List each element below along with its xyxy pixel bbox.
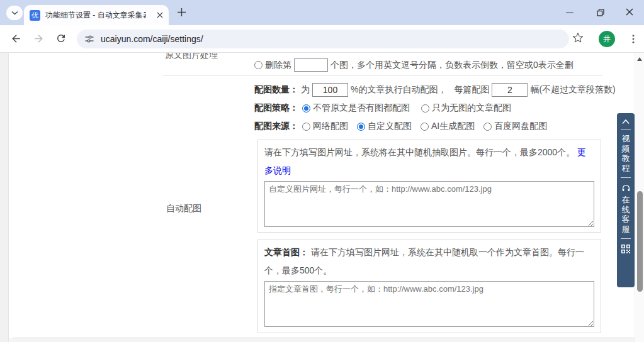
back-to-top-icon[interactable] xyxy=(621,119,630,124)
per-article-input[interactable] xyxy=(492,83,528,97)
image-count-label: 配图数量： xyxy=(254,84,298,96)
browser-titlebar: 优 功能细节设置 - 自动文章采集器 xyxy=(0,0,644,25)
back-button[interactable] xyxy=(10,33,22,45)
source-option-label: 百度网盘配图 xyxy=(494,121,547,132)
delete-image-radio[interactable] xyxy=(254,61,263,69)
qr-code-icon[interactable] xyxy=(621,245,630,253)
window-minimize-button[interactable] xyxy=(566,13,573,13)
first-image-panel: 文章首图： 请在下方填写图片网址，系统在其中随机取一个作为文章首图。每行一个，最… xyxy=(257,240,601,333)
row-divider xyxy=(163,75,602,76)
browser-window: 优 功能细节设置 - 自动文章采集器 xyxy=(0,0,644,342)
source-radio-baidu-pan[interactable] xyxy=(483,123,492,131)
count-text-3: 每篇配图 xyxy=(454,84,489,96)
window-restore-button[interactable] xyxy=(597,9,604,16)
browser-menu-icon[interactable] xyxy=(628,33,639,45)
first-image-urls-textarea[interactable] xyxy=(264,281,594,327)
browser-toolbar: ucaiyun.com/caiji/settings/ 井 xyxy=(0,25,644,53)
source-option-label: 自定义配图 xyxy=(368,121,412,132)
floating-side-toolbar: 视频教程 在线客服 xyxy=(617,113,635,287)
row-label-original-images: 原文图片处理 xyxy=(165,53,218,61)
image-strategy-label: 配图策略： xyxy=(254,102,298,114)
count-text-4: 幅(不超过文章段落数) xyxy=(530,84,615,96)
page-left-gutter xyxy=(0,53,9,342)
strategy-option-label: 不管原文是否有图都配图 xyxy=(313,102,410,114)
image-source-row: 配图来源： 网络配图 自定义配图 AI生成配图 百度网盘配图 xyxy=(254,121,547,132)
row-label-auto-image: 自动配图 xyxy=(166,203,201,214)
scrollbar-thumb[interactable] xyxy=(637,191,643,292)
side-toolbar-divider xyxy=(621,129,631,130)
first-image-label: 文章首图： xyxy=(264,247,308,257)
image-count-row: 配图数量： 为 %的文章执行自动配图， 每篇配图 幅(不超过文章段落数) xyxy=(254,83,616,97)
source-option-label: 网络配图 xyxy=(313,121,348,132)
delete-prefix-text: 删除第 xyxy=(265,60,291,71)
count-text-1: 为 xyxy=(301,84,310,96)
percent-input[interactable] xyxy=(312,83,348,97)
source-radio-web[interactable] xyxy=(302,123,310,131)
side-toolbar-divider xyxy=(621,177,631,178)
reload-button[interactable] xyxy=(55,33,67,44)
tab-title: 功能细节设置 - 自动文章采集器 xyxy=(45,10,146,21)
custom-image-urls-textarea[interactable] xyxy=(264,181,594,227)
first-image-description: 请在下方填写图片网址，系统在其中随机取一个作为文章首图。每行一个，最多500个。 xyxy=(264,247,584,275)
strategy-radio-always[interactable] xyxy=(302,104,310,113)
custom-panel-description: 请在下方填写图片网址，系统将在其中随机抽取图片。每行一个，最多2000个。 xyxy=(264,147,575,157)
page-scrollbar[interactable] xyxy=(635,53,644,342)
browser-tab[interactable]: 优 功能细节设置 - 自动文章采集器 xyxy=(24,5,169,25)
online-service-button[interactable]: 在线客服 xyxy=(621,195,631,234)
source-radio-custom[interactable] xyxy=(357,123,365,131)
window-close-button[interactable] xyxy=(626,8,633,16)
delete-index-input[interactable] xyxy=(294,58,328,72)
delete-suffix-text: 个图，多个用英文逗号分隔，负数表示倒数，留空或0表示全删 xyxy=(330,60,573,71)
address-bar[interactable]: ucaiyun.com/caiji/settings/ xyxy=(77,30,569,48)
delete-image-option-row: 删除第 个图，多个用英文逗号分隔，负数表示倒数，留空或0表示全删 xyxy=(254,58,573,72)
below-section-area xyxy=(9,338,635,342)
strategy-radio-no-image-only[interactable] xyxy=(421,104,429,113)
profile-avatar[interactable]: 井 xyxy=(599,31,615,47)
custom-image-panel: 请在下方填写图片网址，系统将在其中随机抽取图片。每行一个，最多2000个。 更多… xyxy=(257,140,601,233)
source-radio-ai[interactable] xyxy=(421,123,429,131)
forward-button[interactable] xyxy=(33,33,45,45)
new-tab-button[interactable] xyxy=(177,8,186,17)
strategy-option-label: 只为无图的文章配图 xyxy=(432,102,511,114)
tab-search-button[interactable] xyxy=(6,6,23,20)
site-favicon-icon: 优 xyxy=(30,10,40,21)
url-text: ucaiyun.com/caiji/settings/ xyxy=(101,34,203,44)
count-text-2: %的文章执行自动配图， xyxy=(351,84,446,96)
site-settings-icon[interactable] xyxy=(84,34,94,44)
chevron-down-icon xyxy=(11,11,18,15)
image-source-label: 配图来源： xyxy=(254,121,298,132)
tab-close-icon[interactable] xyxy=(157,12,163,18)
bookmark-star-icon[interactable] xyxy=(572,32,584,43)
source-option-label: AI生成配图 xyxy=(431,121,475,132)
page-content: 原文图片处理 删除第 个图，多个用英文逗号分隔，负数表示倒数，留空或0表示全删 … xyxy=(0,53,644,342)
scrollbar-up-arrow[interactable] xyxy=(637,57,642,61)
side-toolbar-divider xyxy=(621,238,631,239)
image-strategy-row: 配图策略： 不管原文是否有图都配图 只为无图的文章配图 xyxy=(254,102,511,114)
video-tutorial-button[interactable]: 视频教程 xyxy=(621,134,631,173)
headset-icon[interactable] xyxy=(621,184,631,193)
